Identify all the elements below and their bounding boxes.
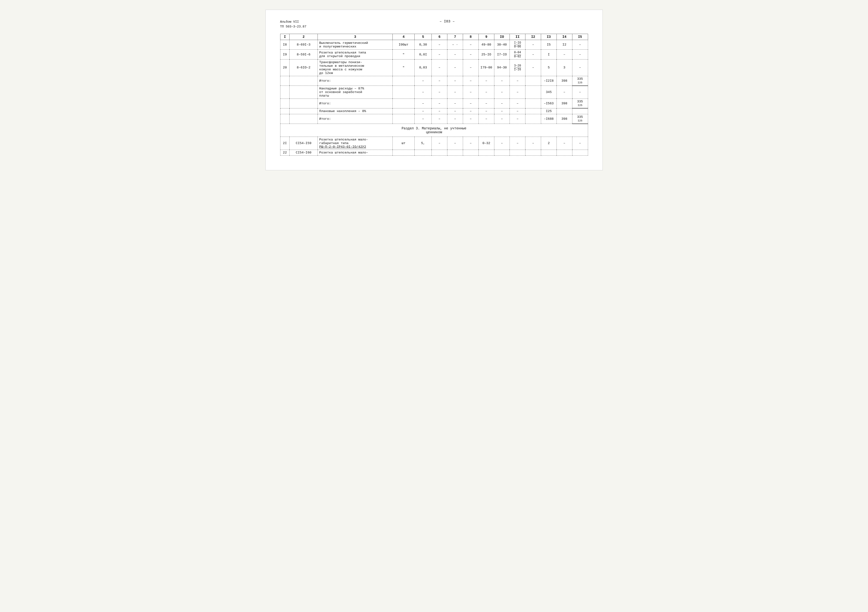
row-col15 [572,108,588,114]
row-col10: – [494,76,510,85]
row-code: CI54–I60 [290,150,318,155]
row-unit: I00шт [393,40,415,50]
row-code [290,99,318,108]
subtotal-label: Итого: [318,76,393,85]
row-col12: – [525,40,541,50]
row-col12: – [525,59,541,76]
row-col11 [510,150,525,155]
row-col5 [414,150,431,155]
section-header-row: Раздел 3. Материалы, не учтенныеценником [280,124,588,136]
col-header-12: I2 [525,34,541,40]
row-col5: – [414,85,431,99]
row-num: 20 [280,59,290,76]
row-col8: – [463,59,479,76]
row-col5: – [414,108,431,114]
row-col13: 345 [541,85,556,99]
row-col5: 5, [414,136,431,150]
row-col9: I79–00 [479,59,494,76]
col-header-14: I4 [556,34,572,40]
row-num: 22 [280,150,290,155]
col-header-5: 5 [414,34,431,40]
row-col7 [447,150,463,155]
row-col15: – [572,59,588,76]
row-col13: –I563 [541,99,556,108]
subtotal-row: Итого: – – – – – – – –I2I8 398 335I25 [280,76,588,85]
page-number: – I83 – [440,20,455,23]
row-col9: – [479,99,494,108]
row-col7: – [447,99,463,108]
row-desc: Розетка штепсельная мало-габаритная типа… [318,136,393,150]
row-col14: 3 [556,59,572,76]
table-row: I8 8–69I–3 Выключатель герметическийи по… [280,40,588,50]
col-header-6: 6 [432,34,447,40]
col-header-7: 7 [447,34,463,40]
row-unit: шт [393,136,415,150]
row-col6: – [432,40,447,50]
col-header-9: 9 [479,34,494,40]
row-col6: – [432,136,447,150]
planned-label: Плановые накопления – 8% [318,108,393,114]
section-header-label: Раздел 3. Материалы, не учтенныеценником [280,124,588,136]
table-row: 20 8–6IO–2 Трансформаторы понизи-тельные… [280,59,588,76]
row-code: CI54–I59 [290,136,318,150]
row-col8: – [463,40,479,50]
row-col14: – [556,85,572,99]
row-col7: – [447,114,463,124]
row-col6 [432,150,447,155]
row-code: 8–6IO–2 [290,59,318,76]
row-col12 [525,150,541,155]
table-row: 2I CI54–I59 Розетка штепсельная мало-габ… [280,136,588,150]
row-col15: 335I25 [572,114,588,124]
subtotal-row-2: Итого: – – – – – – – –I563 398 335I25 [280,99,588,108]
row-col8: – [463,50,479,59]
row-col9: 0–32 [479,136,494,150]
row-col11: – [510,76,525,85]
row-col13: I25 [541,108,556,114]
row-desc: Трансформаторы понизи-тельные в металлич… [318,59,393,76]
row-col11: 3–20 I–I6 [510,59,525,76]
row-col5: 0,30 [414,40,431,50]
row-col11: – [510,85,525,99]
row-col6: – [432,59,447,76]
col-header-1: I [280,34,290,40]
row-col9: – [479,114,494,124]
row-col12: – [525,136,541,150]
row-col14 [556,108,572,114]
row-col5: 0,03 [414,59,431,76]
row-desc: Выключатель герметическийи полугерметиче… [318,40,393,50]
row-col9: – [479,85,494,99]
row-col7: – [447,76,463,85]
row-col5: 0,0I [414,50,431,59]
row-col14: I2 [556,40,572,50]
row-col10: – [494,136,510,150]
row-code: 8–69I–3 [290,40,318,50]
row-col10: I7–IO [494,50,510,59]
table-header-row: I 2 3 4 5 6 7 8 9 IO II I2 I3 I4 I5 [280,34,588,40]
row-col14: 398 [556,99,572,108]
row-unit [393,85,415,99]
row-col8: – [463,136,479,150]
row-col14 [556,150,572,155]
row-col9 [479,150,494,155]
row-col13: 5 [541,59,556,76]
row-col9: 49–80 [479,40,494,50]
col-header-13: I3 [541,34,556,40]
row-num [280,99,290,108]
row-col10: – [494,108,510,114]
row-col7: – · [447,40,463,50]
table-row-partial: 22 CI54–I60 Розетка штепсельная мало– [280,150,588,155]
row-num [280,114,290,124]
row-col7: – [447,108,463,114]
overhead-row: Накладные расходы – 87%от основной зараб… [280,85,588,99]
planned-row: Плановые накопления – 8% – – – – – – – I… [280,108,588,114]
overhead-label: Накладные расходы – 87%от основной зараб… [318,85,393,99]
row-col7: – [447,59,463,76]
fraction-value: I–IO 0–06 [514,42,521,48]
col-header-8: 8 [463,34,479,40]
row-num [280,85,290,99]
fraction-value: 0–04 0–02 [514,51,521,58]
row-col9: 25–IO [479,50,494,59]
row-col12 [525,99,541,108]
row-col7: – [447,136,463,150]
row-col10: 38–40 [494,40,510,50]
